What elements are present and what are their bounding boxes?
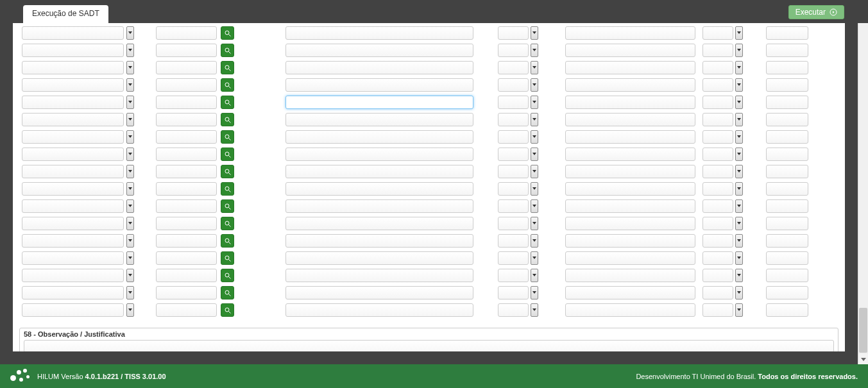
col6-dropdown[interactable] [735,44,743,57]
col4-input[interactable] [498,78,529,92]
col4-dropdown[interactable] [531,182,538,196]
col7-input[interactable] [766,303,808,317]
col4-dropdown[interactable] [531,148,538,161]
col2-input[interactable] [156,199,217,213]
col5-input[interactable] [565,269,695,282]
col4-input[interactable] [498,26,529,40]
col6-dropdown[interactable] [735,269,743,282]
search-icon[interactable] [221,78,234,92]
col5-input[interactable] [565,44,695,57]
col4-dropdown[interactable] [531,269,538,282]
col2-input[interactable] [156,44,217,57]
search-icon[interactable] [221,217,234,230]
col1-dropdown[interactable] [126,78,134,92]
col5-input[interactable] [565,130,695,144]
col3-input[interactable] [285,148,473,161]
col6-dropdown[interactable] [735,78,743,92]
col6-dropdown[interactable] [735,182,743,196]
vertical-scrollbar[interactable] [858,0,868,364]
col4-input[interactable] [498,234,529,248]
col4-dropdown[interactable] [531,199,538,213]
col6-dropdown[interactable] [735,303,743,317]
col2-input[interactable] [156,234,217,248]
col3-input[interactable] [285,217,473,230]
col4-input[interactable] [498,251,529,265]
col6-input[interactable] [702,234,733,248]
col4-input[interactable] [498,96,529,109]
col4-input[interactable] [498,113,529,126]
col7-input[interactable] [766,26,808,40]
col1-dropdown[interactable] [126,234,134,248]
col1-dropdown[interactable] [126,96,134,109]
tab-sadt[interactable]: Execução de SADT [23,5,108,23]
col5-input[interactable] [565,148,695,161]
col7-input[interactable] [766,286,808,299]
col6-input[interactable] [702,26,733,40]
col7-input[interactable] [766,113,808,126]
col1-input[interactable] [22,26,124,40]
scroll-thumb[interactable] [859,308,867,353]
search-icon[interactable] [221,130,234,144]
search-icon[interactable] [221,61,234,74]
col2-input[interactable] [156,148,217,161]
col5-input[interactable] [565,303,695,317]
col1-dropdown[interactable] [126,217,134,230]
col6-input[interactable] [702,130,733,144]
col5-input[interactable] [565,234,695,248]
col5-input[interactable] [565,286,695,299]
col4-input[interactable] [498,148,529,161]
col1-input[interactable] [22,251,124,265]
search-icon[interactable] [221,148,234,161]
col6-input[interactable] [702,113,733,126]
col6-dropdown[interactable] [735,61,743,74]
col6-input[interactable] [702,217,733,230]
col1-input[interactable] [22,286,124,299]
col3-input[interactable] [285,269,473,282]
col3-input[interactable] [285,286,473,299]
col6-dropdown[interactable] [735,165,743,178]
col4-dropdown[interactable] [531,113,538,126]
col2-input[interactable] [156,26,217,40]
col2-input[interactable] [156,286,217,299]
col7-input[interactable] [766,61,808,74]
search-icon[interactable] [221,286,234,299]
col4-dropdown[interactable] [531,96,538,109]
col3-input[interactable] [285,199,473,213]
col7-input[interactable] [766,44,808,57]
col3-input[interactable] [285,61,473,74]
col2-input[interactable] [156,303,217,317]
col7-input[interactable] [766,199,808,213]
search-icon[interactable] [221,26,234,40]
col6-input[interactable] [702,44,733,57]
col3-input[interactable] [285,251,473,265]
observation-input[interactable] [24,340,834,351]
col2-input[interactable] [156,113,217,126]
col3-input[interactable] [285,234,473,248]
col6-input[interactable] [702,78,733,92]
col5-input[interactable] [565,165,695,178]
col4-dropdown[interactable] [531,26,538,40]
col6-input[interactable] [702,286,733,299]
col1-input[interactable] [22,199,124,213]
col7-input[interactable] [766,165,808,178]
col6-input[interactable] [702,269,733,282]
execute-button[interactable]: Executar [788,5,844,19]
col4-input[interactable] [498,44,529,57]
scroll-down-button[interactable] [858,354,868,364]
col4-input[interactable] [498,269,529,282]
col6-dropdown[interactable] [735,148,743,161]
col1-dropdown[interactable] [126,113,134,126]
col5-input[interactable] [565,61,695,74]
col3-input[interactable] [285,78,473,92]
col4-dropdown[interactable] [531,165,538,178]
col2-input[interactable] [156,165,217,178]
col2-input[interactable] [156,78,217,92]
col1-input[interactable] [22,217,124,230]
col4-input[interactable] [498,130,529,144]
search-icon[interactable] [221,234,234,248]
col1-input[interactable] [22,113,124,126]
col3-input[interactable] [285,113,473,126]
col1-dropdown[interactable] [126,61,134,74]
col6-dropdown[interactable] [735,286,743,299]
col1-input[interactable] [22,303,124,317]
